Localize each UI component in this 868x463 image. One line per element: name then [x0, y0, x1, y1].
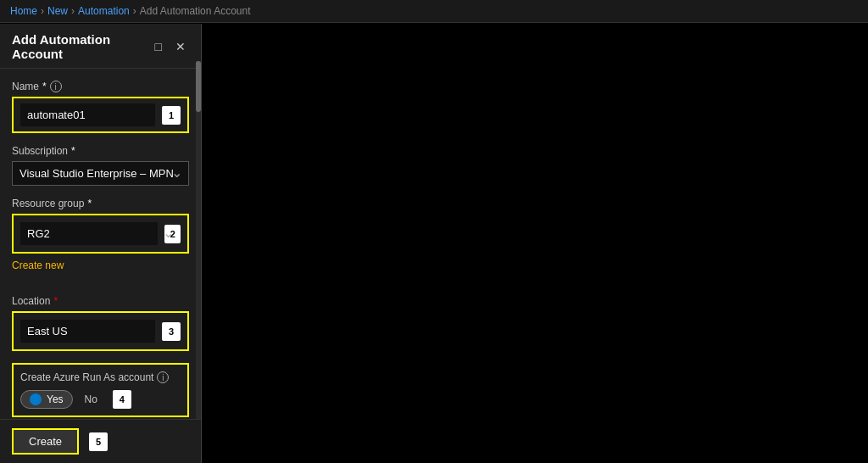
breadcrumb-home[interactable]: Home: [10, 5, 37, 17]
panel-title: Add Automation Account: [12, 32, 152, 61]
resource-group-label: Resource group *: [12, 198, 189, 209]
maximize-button[interactable]: □: [152, 38, 165, 55]
scrollbar-thumb[interactable]: [196, 61, 201, 112]
run-as-info-icon[interactable]: i: [157, 371, 169, 383]
panel-header: Add Automation Account □ ✕: [0, 24, 201, 69]
name-input[interactable]: [20, 103, 155, 126]
run-as-section: Create Azure Run As account i Yes No 4: [12, 363, 189, 417]
subscription-required: *: [71, 145, 75, 157]
location-section: East US 3: [12, 311, 189, 351]
step-5-badge: 5: [89, 432, 108, 451]
subscription-field-group: Subscription * Visual Studio Enterprise …: [12, 145, 189, 186]
resource-group-section: RG2 2: [12, 214, 189, 254]
add-automation-panel: Add Automation Account □ ✕ Name * i 1: [0, 24, 202, 463]
no-toggle[interactable]: No: [80, 391, 103, 408]
run-as-label: Create Azure Run As account i: [20, 371, 181, 383]
location-field-group: Location * East US 3: [12, 295, 189, 351]
location-required: *: [53, 295, 58, 307]
create-btn-wrapper: Create: [12, 428, 79, 455]
rg-required: *: [87, 198, 92, 209]
name-required: *: [42, 81, 47, 92]
scrollbar-track[interactable]: [196, 61, 201, 419]
create-button[interactable]: Create: [14, 430, 77, 453]
name-field-group: Name * i 1: [12, 81, 189, 133]
rg-select-wrapper: RG2 2: [20, 222, 181, 245]
subscription-select[interactable]: Visual Studio Enterprise – MPN: [12, 161, 189, 186]
breadcrumb-new[interactable]: New: [47, 5, 68, 17]
panel-header-icons: □ ✕: [152, 38, 189, 55]
resource-group-field-group: Resource group * RG2 2 Create new: [12, 198, 189, 283]
no-label: No: [85, 393, 97, 405]
breadcrumb-current: Add Automation Account: [140, 5, 251, 17]
step-2-badge: 2: [164, 225, 181, 243]
breadcrumb-sep-1: ›: [41, 5, 44, 17]
close-icon: ✕: [175, 40, 186, 53]
resource-group-select[interactable]: RG2: [20, 222, 158, 245]
yes-label: Yes: [47, 393, 64, 405]
toggle-circle: [30, 393, 42, 405]
toggle-group: Yes No 4: [20, 390, 181, 409]
breadcrumb-automation[interactable]: Automation: [78, 5, 130, 17]
name-input-section: 1: [12, 97, 189, 133]
panel-footer: Create 5: [0, 419, 201, 463]
create-new-link[interactable]: Create new: [12, 259, 64, 271]
step-4-badge: 4: [113, 390, 131, 409]
breadcrumb-sep-3: ›: [133, 5, 136, 17]
panel-body: Name * i 1 Subscription * Visual Studio …: [0, 69, 201, 419]
run-as-field-group: Create Azure Run As account i Yes No 4: [12, 363, 189, 417]
breadcrumb: Home › New › Automation › Add Automation…: [0, 0, 868, 23]
yes-toggle[interactable]: Yes: [20, 390, 73, 409]
main-content-area: [202, 24, 868, 463]
location-select[interactable]: East US: [20, 320, 155, 343]
maximize-icon: □: [155, 40, 162, 53]
subscription-label: Subscription *: [12, 145, 189, 157]
breadcrumb-sep-2: ›: [71, 5, 75, 17]
step-1-badge: 1: [162, 106, 181, 125]
location-label: Location *: [12, 295, 189, 307]
close-button[interactable]: ✕: [172, 38, 189, 55]
name-label: Name * i: [12, 81, 189, 92]
step-3-badge: 3: [162, 322, 181, 341]
subscription-select-wrapper: Visual Studio Enterprise – MPN: [12, 161, 189, 186]
name-info-icon[interactable]: i: [50, 81, 62, 92]
